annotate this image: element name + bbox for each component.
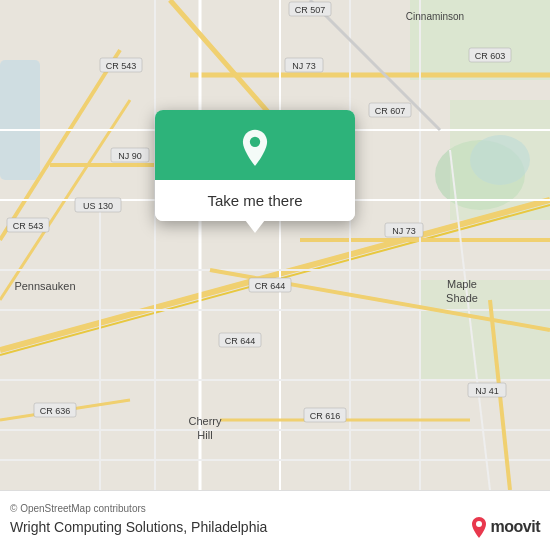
popup-icon-area bbox=[155, 110, 355, 180]
svg-point-69 bbox=[476, 521, 482, 527]
moovit-text: moovit bbox=[491, 518, 540, 536]
moovit-logo-icon bbox=[470, 516, 488, 538]
svg-text:CR 616: CR 616 bbox=[310, 411, 341, 421]
svg-text:CR 543: CR 543 bbox=[13, 221, 44, 231]
svg-text:Cinnaminson: Cinnaminson bbox=[406, 11, 464, 22]
svg-text:CR 644: CR 644 bbox=[225, 336, 256, 346]
svg-text:CR 607: CR 607 bbox=[375, 106, 406, 116]
bottom-row: Wright Computing Solutions, Philadelphia… bbox=[10, 516, 540, 538]
svg-rect-6 bbox=[420, 280, 550, 380]
svg-text:CR 636: CR 636 bbox=[40, 406, 71, 416]
svg-rect-3 bbox=[0, 60, 40, 180]
svg-text:NJ 41: NJ 41 bbox=[475, 386, 499, 396]
svg-text:Maple: Maple bbox=[447, 278, 477, 290]
location-popup: Take me there bbox=[155, 110, 355, 221]
svg-text:US 130: US 130 bbox=[83, 201, 113, 211]
svg-text:CR 644: CR 644 bbox=[255, 281, 286, 291]
moovit-logo: moovit bbox=[470, 516, 540, 538]
svg-text:Shade: Shade bbox=[446, 292, 478, 304]
svg-text:CR 603: CR 603 bbox=[475, 51, 506, 61]
svg-point-68 bbox=[250, 137, 260, 147]
bottom-bar: © OpenStreetMap contributors Wright Comp… bbox=[0, 490, 550, 550]
svg-text:CR 543: CR 543 bbox=[106, 61, 137, 71]
svg-text:Hill: Hill bbox=[197, 429, 212, 441]
svg-text:NJ 73: NJ 73 bbox=[392, 226, 416, 236]
take-me-there-button[interactable]: Take me there bbox=[155, 180, 355, 221]
svg-text:NJ 90: NJ 90 bbox=[118, 151, 142, 161]
place-name: Wright Computing Solutions, Philadelphia bbox=[10, 519, 267, 535]
svg-text:Cherry: Cherry bbox=[188, 415, 222, 427]
location-pin-icon bbox=[236, 128, 274, 166]
svg-text:CR 507: CR 507 bbox=[295, 5, 326, 15]
svg-text:Pennsauken: Pennsauken bbox=[14, 280, 75, 292]
map-area: CR 507 Cinnaminson CR 543 NJ 73 CR 603 C… bbox=[0, 0, 550, 490]
svg-text:NJ 73: NJ 73 bbox=[292, 61, 316, 71]
map-attribution: © OpenStreetMap contributors bbox=[10, 503, 540, 514]
